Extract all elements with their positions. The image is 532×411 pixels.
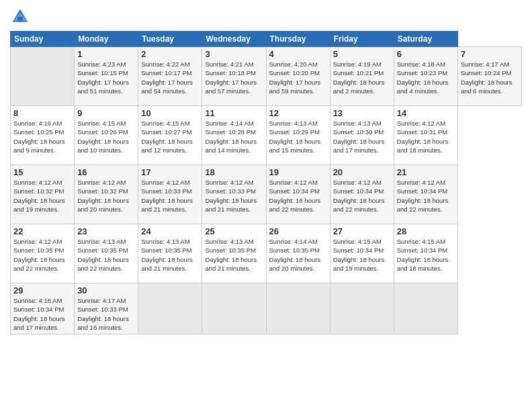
col-tuesday: Tuesday <box>138 32 202 47</box>
calendar-cell: 18 Sunrise: 4:12 AM Sunset: 10:33 PM Day… <box>202 165 266 224</box>
calendar-cell: 23 Sunrise: 4:13 AM Sunset: 10:35 PM Day… <box>75 224 138 283</box>
day-number: 22 <box>13 226 71 236</box>
calendar-cell: 21 Sunrise: 4:12 AM Sunset: 10:34 PM Day… <box>394 165 457 224</box>
col-sunday: Sunday <box>11 32 75 47</box>
day-info: Sunrise: 4:21 AM Sunset: 10:18 PM Daylig… <box>205 60 263 95</box>
calendar-cell: 22 Sunrise: 4:12 AM Sunset: 10:35 PM Day… <box>11 224 75 283</box>
calendar-cell: 2 Sunrise: 4:22 AM Sunset: 10:17 PM Dayl… <box>138 47 202 106</box>
calendar-cell: 12 Sunrise: 4:13 AM Sunset: 10:29 PM Day… <box>266 106 330 165</box>
day-number: 25 <box>205 226 263 236</box>
calendar-cell: 24 Sunrise: 4:13 AM Sunset: 10:35 PM Day… <box>138 224 202 283</box>
calendar-cell: 30 Sunrise: 4:17 AM Sunset: 10:33 PM Day… <box>75 283 138 334</box>
day-info: Sunrise: 4:13 AM Sunset: 10:29 PM Daylig… <box>269 119 327 154</box>
day-number: 7 <box>461 49 519 59</box>
day-number: 27 <box>333 226 391 236</box>
day-number: 10 <box>141 108 199 118</box>
day-number: 24 <box>141 226 199 236</box>
day-info: Sunrise: 4:17 AM Sunset: 10:33 PM Daylig… <box>77 296 135 332</box>
logo <box>10 7 33 27</box>
calendar-cell: 13 Sunrise: 4:13 AM Sunset: 10:30 PM Day… <box>330 106 394 165</box>
day-number: 30 <box>77 285 135 295</box>
calendar-cell <box>330 283 394 334</box>
day-number: 1 <box>77 49 135 59</box>
page: Sunday Monday Tuesday Wednesday Thursday… <box>0 0 532 411</box>
calendar-cell: 10 Sunrise: 4:15 AM Sunset: 10:27 PM Day… <box>138 106 202 165</box>
day-info: Sunrise: 4:16 AM Sunset: 10:25 PM Daylig… <box>13 119 71 154</box>
calendar-cell: 17 Sunrise: 4:12 AM Sunset: 10:33 PM Day… <box>138 165 202 224</box>
calendar-table: Sunday Monday Tuesday Wednesday Thursday… <box>10 31 522 334</box>
calendar-cell <box>394 283 457 334</box>
calendar-cell: 29 Sunrise: 4:16 AM Sunset: 10:34 PM Day… <box>11 283 75 334</box>
day-number: 13 <box>333 108 391 118</box>
calendar-cell: 11 Sunrise: 4:14 AM Sunset: 10:28 PM Day… <box>202 106 266 165</box>
day-info: Sunrise: 4:23 AM Sunset: 10:15 PM Daylig… <box>77 60 135 95</box>
day-info: Sunrise: 4:12 AM Sunset: 10:33 PM Daylig… <box>205 178 263 214</box>
calendar-cell: 14 Sunrise: 4:12 AM Sunset: 10:31 PM Day… <box>394 106 457 165</box>
day-info: Sunrise: 4:15 AM Sunset: 10:26 PM Daylig… <box>77 119 135 154</box>
calendar-cell <box>266 283 330 334</box>
day-number: 17 <box>141 167 199 177</box>
calendar-cell: 3 Sunrise: 4:21 AM Sunset: 10:18 PM Dayl… <box>202 47 266 106</box>
calendar-cell: 1 Sunrise: 4:23 AM Sunset: 10:15 PM Dayl… <box>75 47 138 106</box>
day-info: Sunrise: 4:12 AM Sunset: 10:32 PM Daylig… <box>77 178 135 214</box>
day-info: Sunrise: 4:13 AM Sunset: 10:35 PM Daylig… <box>141 237 199 273</box>
day-info: Sunrise: 4:12 AM Sunset: 10:31 PM Daylig… <box>397 119 455 154</box>
calendar-cell <box>202 283 266 334</box>
day-info: Sunrise: 4:14 AM Sunset: 10:35 PM Daylig… <box>269 237 327 273</box>
day-info: Sunrise: 4:12 AM Sunset: 10:34 PM Daylig… <box>269 178 327 214</box>
day-info: Sunrise: 4:12 AM Sunset: 10:34 PM Daylig… <box>333 178 391 214</box>
calendar-cell: 27 Sunrise: 4:15 AM Sunset: 10:34 PM Day… <box>330 224 394 283</box>
calendar-cell <box>138 283 202 334</box>
day-number: 20 <box>333 167 391 177</box>
day-info: Sunrise: 4:20 AM Sunset: 10:20 PM Daylig… <box>269 60 327 95</box>
day-info: Sunrise: 4:14 AM Sunset: 10:28 PM Daylig… <box>205 119 263 154</box>
calendar-cell: 20 Sunrise: 4:12 AM Sunset: 10:34 PM Day… <box>330 165 394 224</box>
header <box>10 7 522 27</box>
col-monday: Monday <box>75 32 138 47</box>
calendar-cell: 19 Sunrise: 4:12 AM Sunset: 10:34 PM Day… <box>266 165 330 224</box>
day-number: 26 <box>269 226 327 236</box>
calendar-cell: 28 Sunrise: 4:15 AM Sunset: 10:34 PM Day… <box>394 224 457 283</box>
day-info: Sunrise: 4:17 AM Sunset: 10:24 PM Daylig… <box>461 60 519 95</box>
calendar-cell: 7 Sunrise: 4:17 AM Sunset: 10:24 PM Dayl… <box>457 47 521 106</box>
col-saturday: Saturday <box>394 32 457 47</box>
calendar-header-row: Sunday Monday Tuesday Wednesday Thursday… <box>11 32 522 47</box>
col-wednesday: Wednesday <box>202 32 266 47</box>
day-number: 28 <box>397 226 455 236</box>
day-number: 23 <box>77 226 135 236</box>
day-number: 19 <box>269 167 327 177</box>
svg-rect-2 <box>17 17 23 22</box>
day-info: Sunrise: 4:18 AM Sunset: 10:23 PM Daylig… <box>397 60 455 95</box>
day-number: 11 <box>205 108 263 118</box>
calendar-cell: 6 Sunrise: 4:18 AM Sunset: 10:23 PM Dayl… <box>394 47 457 106</box>
day-number: 12 <box>269 108 327 118</box>
day-number: 8 <box>13 108 71 118</box>
calendar-cell: 15 Sunrise: 4:12 AM Sunset: 10:32 PM Day… <box>11 165 75 224</box>
col-thursday: Thursday <box>266 32 330 47</box>
calendar-cell: 16 Sunrise: 4:12 AM Sunset: 10:32 PM Day… <box>75 165 138 224</box>
calendar-cell: 8 Sunrise: 4:16 AM Sunset: 10:25 PM Dayl… <box>11 106 75 165</box>
day-number: 15 <box>13 167 71 177</box>
day-info: Sunrise: 4:22 AM Sunset: 10:17 PM Daylig… <box>141 60 199 95</box>
day-info: Sunrise: 4:12 AM Sunset: 10:33 PM Daylig… <box>141 178 199 214</box>
col-friday: Friday <box>330 32 394 47</box>
day-info: Sunrise: 4:13 AM Sunset: 10:35 PM Daylig… <box>205 237 263 273</box>
day-info: Sunrise: 4:15 AM Sunset: 10:34 PM Daylig… <box>397 237 455 273</box>
day-info: Sunrise: 4:19 AM Sunset: 10:21 PM Daylig… <box>333 60 391 95</box>
day-number: 9 <box>77 108 135 118</box>
day-number: 18 <box>205 167 263 177</box>
calendar-cell <box>11 47 75 106</box>
day-number: 14 <box>397 108 455 118</box>
day-info: Sunrise: 4:13 AM Sunset: 10:30 PM Daylig… <box>333 119 391 154</box>
calendar-cell: 4 Sunrise: 4:20 AM Sunset: 10:20 PM Dayl… <box>266 47 330 106</box>
calendar-cell: 9 Sunrise: 4:15 AM Sunset: 10:26 PM Dayl… <box>75 106 138 165</box>
calendar-cell: 26 Sunrise: 4:14 AM Sunset: 10:35 PM Day… <box>266 224 330 283</box>
day-info: Sunrise: 4:16 AM Sunset: 10:34 PM Daylig… <box>13 296 71 332</box>
day-number: 29 <box>13 285 71 295</box>
calendar-cell: 25 Sunrise: 4:13 AM Sunset: 10:35 PM Day… <box>202 224 266 283</box>
day-number: 5 <box>333 49 391 59</box>
day-info: Sunrise: 4:13 AM Sunset: 10:35 PM Daylig… <box>77 237 135 273</box>
calendar-cell: 5 Sunrise: 4:19 AM Sunset: 10:21 PM Dayl… <box>330 47 394 106</box>
day-number: 2 <box>141 49 199 59</box>
day-number: 6 <box>397 49 455 59</box>
